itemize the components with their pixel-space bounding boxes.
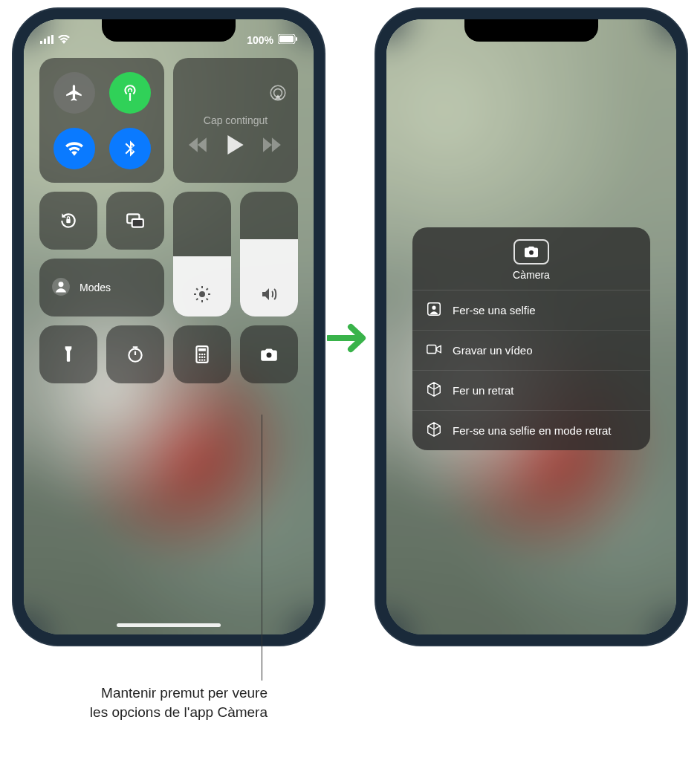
antenna-icon — [120, 83, 140, 103]
menu-item-label: Fer-se una selfie — [453, 304, 536, 316]
svg-rect-39 — [427, 345, 436, 354]
menu-item-label: Gravar un vídeo — [453, 344, 533, 357]
volume-slider[interactable] — [240, 192, 298, 316]
svg-point-26 — [199, 354, 201, 355]
svg-point-29 — [199, 357, 201, 358]
brightness-icon — [193, 285, 211, 306]
svg-rect-2 — [48, 36, 50, 44]
wifi-button[interactable] — [54, 128, 95, 169]
home-indicator[interactable] — [117, 623, 221, 627]
menu-item-label: Fer un retrat — [453, 384, 514, 397]
media-title: Cap contingut — [204, 114, 268, 126]
svg-rect-9 — [66, 219, 70, 223]
cube-icon — [426, 421, 442, 440]
timer-button[interactable] — [106, 325, 164, 383]
volume-icon — [260, 285, 278, 306]
video-icon — [426, 341, 442, 360]
bluetooth-icon — [120, 139, 140, 158]
notch — [102, 19, 236, 42]
flashlight-button[interactable] — [39, 325, 97, 383]
focus-person-icon — [51, 277, 71, 299]
wifi-status-icon — [58, 34, 70, 46]
play-icon[interactable] — [226, 135, 245, 158]
battery-text: 100% — [247, 34, 273, 46]
phone-right: Càmera Fer-se una selfie Gravar un vídeo… — [376, 9, 687, 645]
cellular-signal-icon — [40, 34, 54, 46]
svg-point-22 — [59, 282, 64, 287]
arrow-icon — [327, 319, 372, 357]
battery-icon — [278, 34, 297, 46]
svg-line-20 — [207, 288, 208, 290]
person-square-icon — [426, 301, 442, 319]
phone-left: 100% — [13, 9, 324, 645]
calculator-button[interactable] — [173, 325, 231, 383]
svg-point-33 — [201, 359, 203, 360]
wifi-icon — [65, 139, 84, 158]
connectivity-tile[interactable] — [39, 58, 164, 183]
svg-line-17 — [196, 288, 198, 290]
svg-point-34 — [204, 359, 205, 360]
svg-rect-11 — [132, 219, 143, 227]
svg-point-30 — [201, 357, 203, 358]
camera-menu-item-video[interactable]: Gravar un vídeo — [412, 331, 650, 371]
airplane-mode-button[interactable] — [54, 72, 95, 114]
svg-point-32 — [199, 359, 201, 360]
calculator-icon — [192, 345, 212, 364]
camera-menu-title: Càmera — [513, 269, 550, 281]
menu-item-label: Fer-se una selfie en mode retrat — [453, 424, 611, 437]
control-center-grid: Cap contingut — [24, 52, 314, 389]
flashlight-icon — [59, 345, 78, 364]
screen-control-center: 100% — [24, 19, 314, 634]
svg-point-12 — [199, 291, 205, 297]
callout-text: Mantenir premut per veure les opcions de… — [82, 684, 268, 721]
airplane-icon — [65, 83, 84, 103]
svg-rect-1 — [44, 39, 46, 44]
camera-menu-item-portrait-selfie[interactable]: Fer-se una selfie en mode retrat — [412, 411, 650, 450]
media-tile[interactable]: Cap contingut — [173, 58, 298, 183]
cellular-data-button[interactable] — [109, 72, 151, 114]
cube-icon — [426, 381, 442, 400]
airplay-icon[interactable] — [268, 83, 288, 105]
focus-mode-button[interactable]: Modes — [39, 259, 164, 316]
camera-context-menu: Càmera Fer-se una selfie Gravar un vídeo… — [412, 227, 650, 450]
notch — [464, 19, 598, 42]
svg-rect-6 — [296, 37, 297, 41]
camera-menu-header[interactable]: Càmera — [412, 227, 650, 290]
camera-button[interactable] — [240, 325, 298, 383]
prev-track-icon[interactable] — [189, 135, 208, 158]
screen-camera-menu: Càmera Fer-se una selfie Gravar un vídeo… — [386, 19, 676, 634]
brightness-slider[interactable] — [173, 192, 231, 316]
camera-menu-item-selfie[interactable]: Fer-se una selfie — [412, 290, 650, 331]
svg-point-28 — [204, 354, 205, 355]
focus-label: Modes — [80, 282, 111, 293]
svg-point-27 — [201, 354, 203, 355]
timer-icon — [126, 345, 145, 364]
svg-line-19 — [196, 299, 198, 300]
camera-menu-item-portrait[interactable]: Fer un retrat — [412, 371, 650, 411]
svg-rect-3 — [51, 35, 54, 44]
bluetooth-button[interactable] — [109, 128, 151, 169]
orientation-lock-icon — [59, 211, 78, 230]
svg-point-31 — [204, 357, 205, 358]
svg-rect-5 — [279, 36, 294, 42]
screen-mirroring-button[interactable] — [106, 192, 164, 250]
screen-mirroring-icon — [126, 211, 145, 230]
camera-icon — [259, 345, 279, 364]
camera-menu-icon — [513, 239, 549, 264]
svg-point-38 — [432, 306, 435, 310]
svg-line-18 — [207, 299, 208, 300]
svg-point-36 — [529, 250, 534, 255]
svg-point-35 — [267, 353, 272, 358]
orientation-lock-button[interactable] — [39, 192, 97, 250]
svg-rect-25 — [198, 348, 206, 351]
callout-line — [262, 415, 262, 681]
next-track-icon[interactable] — [263, 135, 282, 158]
svg-rect-0 — [40, 41, 42, 44]
